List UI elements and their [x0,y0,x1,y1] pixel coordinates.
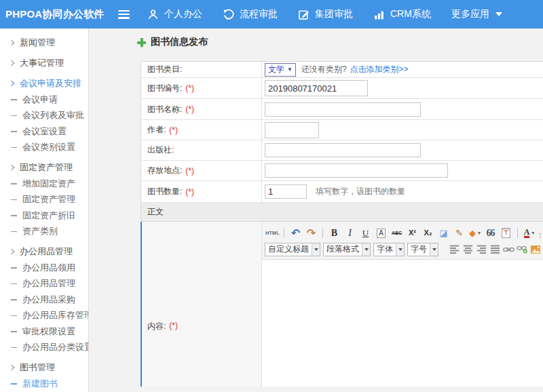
sidebar-item-approval-permission-settings[interactable]: 审批权限设置 [0,324,88,340]
sidebar-item-news-management[interactable]: 新闻管理 [0,35,88,51]
editor-content-area[interactable] [262,260,543,387]
html-source-icon[interactable]: HTML [265,227,280,239]
redo-icon[interactable]: ↷ [304,227,318,239]
align-right-icon[interactable] [476,243,487,255]
sidebar-item-meeting-room-settings[interactable]: 会议室设置 [0,123,88,140]
user-icon [147,9,159,20]
sidebar-item-book-management[interactable]: 图书管理 [0,359,88,376]
dash-icon [11,199,17,201]
dash-icon [11,331,17,332]
clear-format-icon[interactable]: ✎ [452,227,466,239]
sidebar-item-supplies-purchase[interactable]: 办公用品采购 [0,292,88,308]
dash-icon [11,131,17,132]
category-select[interactable]: 文学 ▼ [265,63,296,77]
sidebar-item-events-management[interactable]: 大事记管理 [0,55,88,71]
subscript-icon[interactable]: X₂ [421,227,435,239]
sidebar-item-supplies-inventory[interactable]: 办公用品库存管理 [0,308,88,324]
font-color-icon[interactable]: A [522,227,536,239]
dash-icon [11,99,17,100]
menu-personal-office[interactable]: 个人办公 [147,8,202,20]
menu-group-approval[interactable]: 集团审批 [298,8,353,20]
row-book-name: 图书名称: (*) [141,99,543,120]
strikethrough-icon[interactable]: ABC [390,227,404,239]
sidebar-item-office-supplies-management[interactable]: 办公用品管理 [0,243,88,260]
sidebar-nav: 新闻管理 大事记管理 会议申请及安排 会议申请 [0,28,89,392]
sidebar-item-add-fixed-asset[interactable]: 增加固定资产 [0,176,88,192]
sidebar-item-asset-category[interactable]: 资产类别 [0,224,88,240]
blockquote-icon[interactable]: 66 [483,227,498,239]
location-input[interactable] [265,163,448,178]
font-border-icon[interactable]: A [374,227,388,239]
sidebar-item-supplies-classification[interactable]: 办公用品分类设置 [0,340,88,356]
align-justify-icon[interactable] [489,243,501,255]
sidebar-item-fixed-assets-management[interactable]: 固定资产管理 [0,159,88,176]
menu-process-approval[interactable]: 流程审批 [223,8,278,20]
caret-down-icon [396,243,404,256]
caret-down-icon: ▼ [287,66,293,73]
sidebar-item-new-book[interactable]: 新建图书 [0,376,88,392]
highlight-color-icon[interactable]: A [538,227,540,239]
content-label: 内容: [147,321,166,332]
book-form: 图书类目: 文学 ▼ 还没有类别? 点击添加类别>> 图书编号: (*) [141,61,543,387]
editor-toolbar: HTML ↶ [262,222,543,260]
rich-text-editor: HTML ↶ [262,222,543,387]
undo-icon[interactable]: ↶ [288,227,303,239]
book-name-input[interactable] [265,102,421,117]
font-size-select[interactable]: 字号 [407,243,438,256]
publisher-label: 出版社: [147,144,174,156]
sidebar-item-fixed-asset-management[interactable]: 固定资产管理 [0,192,88,208]
menu-crm-system[interactable]: CRM系统 [373,8,431,20]
unlink-icon[interactable] [517,243,528,255]
quantity-input[interactable] [265,184,307,199]
underline-icon[interactable]: U [358,227,373,239]
row-quantity: 图书数量: (*) 填写数字，该图书的数量 [141,181,543,203]
italic-icon[interactable]: I [343,227,357,239]
align-center-icon[interactable] [462,243,474,255]
toolbar-separator [322,228,323,238]
book-no-label: 图书编号: [147,83,182,94]
quantity-hint: 填写数字，该图书的数量 [316,186,405,197]
required-mark: (*) [185,104,194,114]
add-category-link[interactable]: 点击添加类别>> [350,64,409,75]
publisher-input[interactable] [265,143,421,157]
caret-down-icon [430,243,438,256]
chevron-right-icon [9,40,14,45]
sidebar-item-meeting-application[interactable]: 会议申请及安排 [0,75,88,92]
sidebar-item-supplies-claim[interactable]: 办公用品领用 [0,260,88,276]
sidebar-item-supplies-management[interactable]: 办公用品管理 [0,276,88,292]
image-icon[interactable] [530,243,540,255]
row-location: 存放地点: (*) [141,161,543,181]
topbar: PHPOA协同办公软件 个人办公 流程审批 集团审批 CRM系统 [0,0,543,28]
author-input[interactable] [265,122,319,138]
dash-icon [11,147,17,149]
location-label: 存放地点: [147,165,182,176]
book-no-input[interactable] [265,80,368,96]
required-mark: (*) [185,187,194,197]
dash-icon [11,267,17,269]
format-painter-icon[interactable]: ◆ [468,227,482,239]
superscript-icon[interactable]: X² [405,227,419,239]
dash-icon [11,215,17,216]
menu-more-apps[interactable]: 更多应用 [451,8,502,20]
align-left-icon[interactable] [449,243,460,255]
plus-icon [137,38,146,47]
sidebar-item-meeting-category-settings[interactable]: 会议类别设置 [0,140,88,156]
eraser-icon[interactable]: ◪ [436,227,451,239]
dash-icon [11,231,17,233]
custom-title-select[interactable]: 自定义标题 [265,243,320,256]
paragraph-format-select[interactable]: 段落格式 [323,243,371,256]
bold-icon[interactable]: B [327,227,341,239]
sidebar-item-meeting-list-approval[interactable]: 会议列表及审批 [0,108,88,124]
category-label: 图书类目: [147,64,182,75]
row-content: 内容: (*) HTML [141,222,543,387]
dash-icon [11,183,17,184]
page-title: 图书信息发布 [137,36,208,48]
dash-icon [11,347,17,349]
dash-icon [11,315,17,317]
link-icon[interactable] [503,243,514,255]
paste-text-icon[interactable]: T [499,227,513,239]
hamburger-menu-icon[interactable] [118,10,130,19]
sidebar-item-meeting-apply[interactable]: 会议申请 [0,92,88,108]
font-family-select[interactable]: 字体 [373,243,405,256]
sidebar-item-fixed-asset-depreciation[interactable]: 固定资产折旧 [0,208,88,224]
